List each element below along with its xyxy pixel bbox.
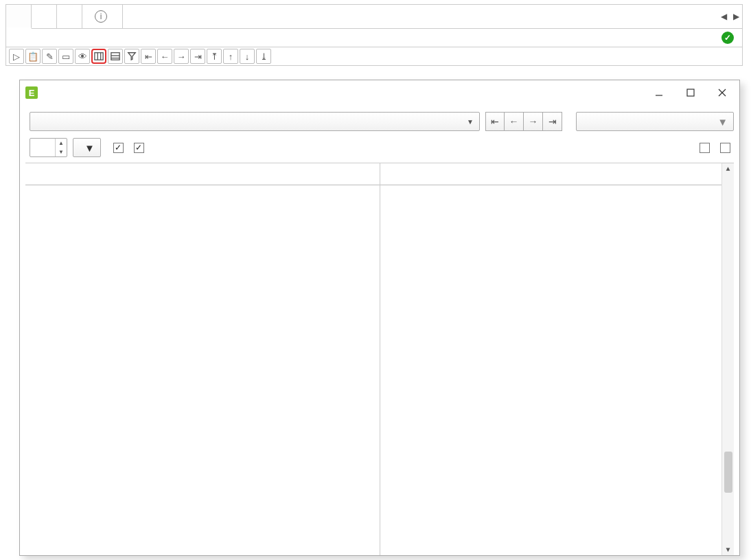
frequency-header[interactable] — [204, 163, 380, 185]
scroll-thumb[interactable] — [724, 452, 732, 493]
last-col-button[interactable]: ⇥ — [543, 112, 562, 131]
play-icon[interactable]: ▷ — [9, 49, 24, 64]
bars-checkbox[interactable]: ✓ — [113, 143, 127, 153]
tab-info[interactable]: i — [82, 5, 123, 28]
show-count-input[interactable] — [30, 142, 55, 154]
frequency-table — [25, 163, 380, 555]
close-button[interactable] — [706, 82, 738, 104]
mode-combo[interactable]: ▼ — [73, 138, 101, 157]
spin-down-icon[interactable]: ▼ — [56, 148, 67, 156]
tab-data[interactable] — [6, 5, 32, 29]
clipboard-icon[interactable]: 📋 — [25, 49, 41, 64]
svg-rect-0 — [95, 53, 103, 60]
info-icon: i — [95, 10, 107, 23]
tab-characters[interactable] — [32, 5, 57, 28]
up-icon[interactable]: ↑ — [223, 49, 238, 64]
last-icon[interactable]: ⇥ — [190, 49, 205, 64]
scrollbar[interactable]: ▲ ▼ — [721, 163, 734, 555]
next-col-button[interactable]: → — [524, 112, 543, 131]
svg-rect-7 — [687, 89, 694, 96]
tab-next-icon[interactable]: ▶ — [730, 7, 742, 26]
status-row: ✓ — [6, 29, 742, 47]
column-combo[interactable]: ▼ — [30, 112, 480, 131]
columns-icon[interactable] — [91, 49, 106, 64]
pencil-icon[interactable]: ✎ — [42, 49, 57, 64]
check-icon: ✓ — [721, 32, 734, 44]
pct-checkbox[interactable]: ✓ — [134, 143, 148, 153]
minimize-button[interactable] — [643, 82, 675, 104]
tab-nav: ◀ ▶ — [717, 5, 742, 28]
tabs-row: i ◀ ▶ — [6, 5, 742, 29]
metrics-table: ▲ ▼ — [380, 163, 735, 555]
tab-prev-icon[interactable]: ◀ — [717, 7, 730, 26]
column-values-dialog: E ▼ ⇤ ← → ⇥ ▼ — [19, 80, 740, 556]
column-selector-row: ▼ ⇤ ← → ⇥ ▼ — [25, 112, 734, 131]
prev-icon[interactable]: ← — [157, 49, 172, 64]
spin-up-icon[interactable]: ▲ — [56, 139, 67, 148]
eye-icon[interactable]: 👁 — [75, 49, 90, 64]
options-row: ▲ ▼ ▼ ✓ ✓ — [25, 138, 734, 157]
sample-combo[interactable]: ▼ — [576, 112, 734, 131]
prev-col-button[interactable]: ← — [505, 112, 524, 131]
stats-checkbox[interactable] — [720, 143, 734, 153]
tab-warnings[interactable] — [57, 5, 82, 28]
app-icon: E — [25, 86, 38, 99]
chevron-down-icon: ▼ — [84, 142, 95, 154]
first-col-button[interactable]: ⇤ — [485, 112, 505, 131]
maximize-button[interactable] — [675, 82, 706, 104]
toolbar-row: ▷ 📋 ✎ ▭ 👁 ⇤ ← → ⇥ ⤒ ↑ ↓ ⤓ — [6, 47, 742, 65]
folder-icon[interactable]: ▭ — [58, 49, 73, 64]
first-icon[interactable]: ⇤ — [141, 49, 156, 64]
filter-icon[interactable] — [124, 49, 139, 64]
chevron-down-icon: ▼ — [717, 116, 728, 128]
chevron-down-icon: ▼ — [467, 118, 474, 126]
main-window: i ◀ ▶ ✓ ▷ 📋 ✎ ▭ 👁 ⇤ ← → ⇥ ⤒ ↑ ↓ ⤓ — [5, 4, 743, 66]
dates-checkbox[interactable] — [700, 143, 713, 153]
rows-icon[interactable] — [108, 49, 123, 64]
titlebar: E — [20, 80, 739, 105]
show-count-spin[interactable]: ▲ ▼ — [30, 138, 67, 157]
scroll-down-icon[interactable]: ▼ — [722, 544, 734, 555]
bottom-icon[interactable]: ⤓ — [256, 49, 271, 64]
scroll-up-icon[interactable]: ▲ — [722, 163, 734, 174]
down-icon[interactable]: ↓ — [240, 49, 255, 64]
next-icon[interactable]: → — [174, 49, 189, 64]
top-icon[interactable]: ⤒ — [207, 49, 222, 64]
svg-rect-3 — [111, 53, 119, 60]
col-nav-group: ⇤ ← → ⇥ — [485, 112, 562, 131]
